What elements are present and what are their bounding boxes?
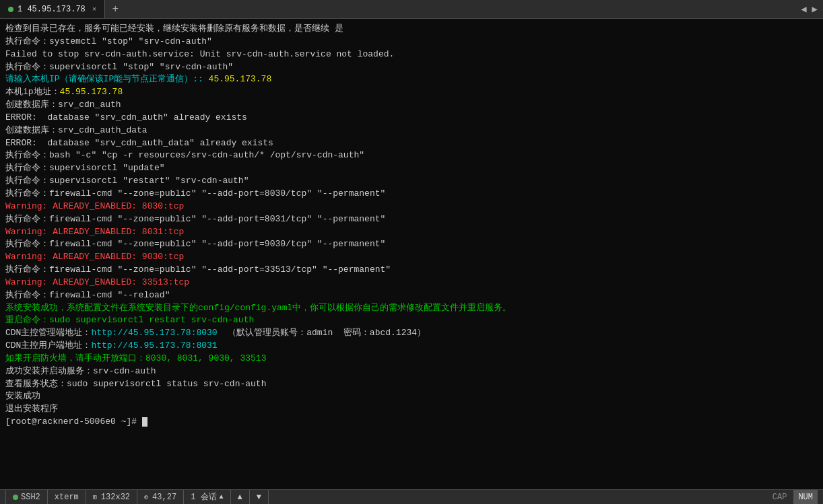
active-tab[interactable]: 1 45.95.173.78 × (0, 0, 105, 18)
terminal-line: 系统安装成功，系统配置文件在系统安装目录下的config/config.yaml… (5, 302, 818, 315)
terminal-line: 安装成功 (5, 390, 818, 403)
tab-group: 1 45.95.173.78 × + (0, 0, 125, 18)
term-status: xterm (48, 490, 86, 504)
nav-left-icon[interactable]: ◀ (801, 3, 806, 15)
size-label: 132x32 (101, 493, 130, 502)
connection-dot (8, 7, 13, 12)
scroll-down[interactable]: ▼ (250, 490, 269, 504)
session-arrow-icon: ▲ (220, 493, 224, 501)
terminal-line: 创建数据库：srv_cdn_auth_data (5, 124, 818, 137)
terminal-line: Warning: ALREADY_ENABLED: 33513:tcp (5, 277, 818, 289)
ssh-label: SSH2 (21, 493, 40, 502)
pos-status: ⊕ 43,27 (137, 490, 184, 504)
title-nav: ◀ ▶ (801, 3, 823, 15)
terminal-line: ERROR: database "srv_cdn_auth_data" alre… (5, 137, 818, 150)
size-status: ⊞ 132x32 (86, 490, 137, 504)
terminal-line: 执行命令：bash "-c" "cp -r resources/srv-cdn-… (5, 149, 818, 162)
terminal-line: 执行命令：supervisorctl "update" (5, 162, 818, 175)
terminal-line: CDN主控管理端地址：http://45.95.173.78:8030 （默认管… (5, 327, 818, 340)
terminal-line: 检查到目录已存在，服务可能已经安装，继续安装将删除原有服务和数据，是否继续 是 (5, 23, 818, 36)
terminal-cursor (142, 417, 147, 427)
status-bar: SSH2 xterm ⊞ 132x32 ⊕ 43,27 1 会话 ▲ ▲ ▼ C… (0, 489, 823, 504)
cap-status: CAP (766, 490, 795, 504)
session-label: 1 会话 (191, 491, 216, 503)
title-bar: 1 45.95.173.78 × + ◀ ▶ (0, 0, 823, 19)
pos-label: 43,27 (152, 493, 176, 502)
terminal-output[interactable]: 检查到目录已存在，服务可能已经安装，继续安装将删除原有服务和数据，是否继续 是执… (0, 19, 823, 489)
connection-status-dot (13, 495, 18, 500)
num-status: NUM (794, 490, 818, 504)
terminal-line: ERROR: database "srv_cdn_auth" already e… (5, 112, 818, 124)
terminal-line: 请输入本机IP（请确保该IP能与节点正常通信）:: 45.95.173.78 (5, 73, 818, 86)
terminal-line: 成功安装并启动服务：srv-cdn-auth (5, 365, 818, 378)
tab-label: 1 45.95.173.78 (18, 5, 86, 14)
ssh-status: SSH2 (5, 490, 48, 504)
terminal-line: 执行命令：firewall-cmd "--zone=public" "--add… (5, 213, 818, 226)
terminal-line: Warning: ALREADY_ENABLED: 8030:tcp (5, 201, 818, 213)
terminal-line: [root@racknerd-5006e0 ~]# (5, 416, 818, 429)
num-label: NUM (798, 493, 813, 502)
terminal-line: 创建数据库：srv_cdn_auth (5, 99, 818, 112)
size-icon: ⊞ (93, 493, 97, 501)
scroll-up[interactable]: ▲ (231, 490, 250, 504)
terminal-line: 执行命令：firewall-cmd "--reload" (5, 289, 818, 302)
terminal-line: Warning: ALREADY_ENABLED: 9030:tcp (5, 251, 818, 264)
terminal-line: 执行命令：supervisorctl "restart" "srv-cdn-au… (5, 175, 818, 188)
cap-label: CAP (772, 493, 787, 502)
terminal-line: 执行命令：firewall-cmd "--zone=public" "--add… (5, 188, 818, 201)
terminal-line: 重启命令：sudo supervisorctl restart srv-cdn-… (5, 314, 818, 327)
terminal-line: 退出安装程序 (5, 403, 818, 416)
terminal-line: 查看服务状态：sudo supervisorctl status srv-cdn… (5, 378, 818, 391)
terminal-line: 执行命令：supervisorctl "stop" "srv-cdn-auth" (5, 61, 818, 74)
session-status: 1 会话 ▲ (184, 490, 230, 504)
terminal-line: CDN主控用户端地址：http://45.95.173.78:8031 (5, 340, 818, 353)
terminal-line: Warning: ALREADY_ENABLED: 8031:tcp (5, 226, 818, 239)
terminal-line: 本机ip地址：45.95.173.78 (5, 86, 818, 99)
pos-icon: ⊕ (144, 493, 148, 501)
scroll-up-icon: ▲ (238, 493, 242, 502)
terminal-line: 执行命令：firewall-cmd "--zone=public" "--add… (5, 238, 818, 251)
terminal-line: 如果开启防火墙，请手动开放端口：8030, 8031, 9030, 33513 (5, 353, 818, 365)
nav-right-icon[interactable]: ▶ (812, 3, 818, 15)
add-tab-button[interactable]: + (105, 0, 125, 18)
terminal-line: 执行命令：systemctl "stop" "srv-cdn-auth" (5, 36, 818, 48)
close-tab-button[interactable]: × (92, 5, 97, 13)
scroll-down-icon: ▼ (257, 493, 261, 502)
terminal-line: 执行命令：firewall-cmd "--zone=public" "--add… (5, 264, 818, 277)
terminal-line: Failed to stop srv-cdn-auth.service: Uni… (5, 48, 818, 61)
term-label: xterm (55, 493, 79, 502)
